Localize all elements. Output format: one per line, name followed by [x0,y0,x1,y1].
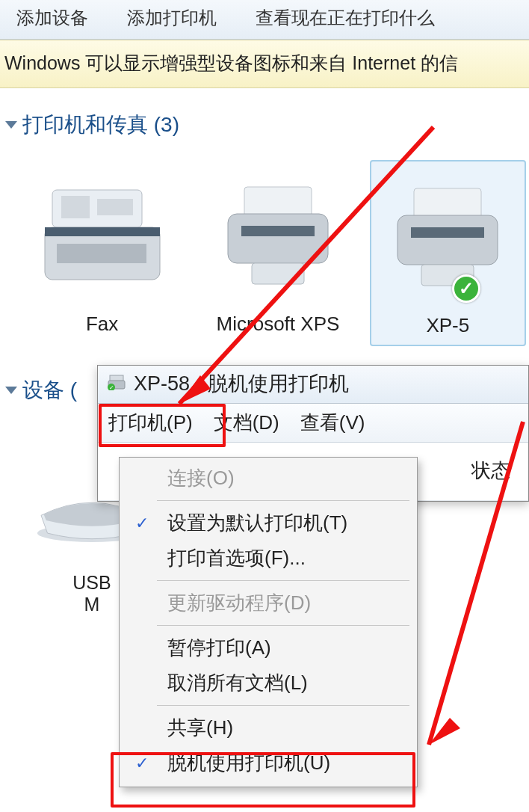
printer-dropdown: 连接(O) ✓设置为默认打印机(T) 打印首选项(F)... 更新驱动程序(D)… [119,457,418,787]
dd-connect: 连接(O) [121,461,415,496]
annotation-box-use-offline [111,752,415,808]
notice-bar: Windows 可以显示增强型设备图标和来自 Internet 的信 [0,40,529,88]
annotation-arrow-1 [134,120,448,419]
toolbar: 添加设备 添加打印机 查看现在正在打印什么 [0,0,529,40]
toolbar-view-queue[interactable]: 查看现在正在打印什么 [256,6,435,30]
svg-line-21 [429,422,523,745]
svg-marker-20 [179,375,211,404]
svg-text:✓: ✓ [109,384,114,390]
dd-update-driver: 更新驱动程序(D) [121,585,415,621]
collapse-triangle-icon [5,121,17,129]
annotation-arrow-2 [389,416,529,767]
dd-preferences[interactable]: 打印首选项(F)... [121,541,415,576]
svg-line-19 [179,127,433,404]
default-check-icon: ✓ [452,274,480,303]
check-icon: ✓ [127,514,157,533]
dd-share[interactable]: 共享(H) [121,710,415,745]
printer-small-icon: ✓ [107,372,126,396]
section-devices-title: 设备 ( [22,376,77,405]
collapse-triangle-icon [5,387,17,394]
svg-rect-2 [97,199,133,215]
toolbar-add-printer[interactable]: 添加打印机 [127,6,217,30]
dd-cancel-all[interactable]: 取消所有文档(L) [121,665,415,701]
svg-rect-1 [61,196,90,218]
toolbar-add-device[interactable]: 添加设备 [16,6,88,30]
dd-set-default[interactable]: ✓设置为默认打印机(T) [121,505,415,541]
svg-rect-5 [57,244,146,263]
dd-pause[interactable]: 暂停打印(A) [121,630,415,665]
